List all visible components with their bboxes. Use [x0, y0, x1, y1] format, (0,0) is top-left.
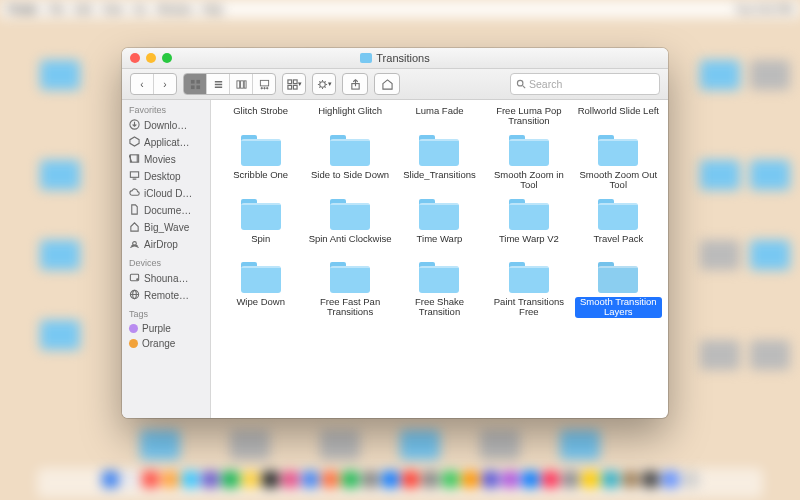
folder-item[interactable]: Smooth Zoom in Tool: [485, 130, 572, 191]
folder-label: Travel Pack: [591, 234, 645, 254]
search-input[interactable]: [529, 78, 654, 90]
sidebar-item-label: Shouna…: [144, 273, 188, 284]
svg-line-24: [324, 86, 325, 87]
folder-item[interactable]: Paint Transitions Free: [485, 257, 572, 318]
list-view-button[interactable]: [206, 74, 229, 94]
search-field[interactable]: [510, 73, 660, 95]
folder-icon: [594, 259, 642, 295]
svg-rect-10: [260, 80, 268, 86]
doc-icon: [129, 204, 140, 217]
sidebar-item-label: Purple: [142, 323, 171, 334]
sidebar-item-favorite[interactable]: AirDrop: [122, 236, 210, 253]
folder-label: Time Warp V2: [497, 234, 561, 254]
share-button[interactable]: [342, 73, 368, 95]
dock[interactable]: [37, 468, 763, 498]
arrange-button[interactable]: ▾: [283, 74, 305, 94]
svg-point-11: [261, 87, 262, 88]
folder-icon: [594, 196, 642, 232]
system-menubar: Finder File Edit View Go Window Help Tue…: [0, 0, 800, 18]
sidebar-item-favorite[interactable]: Big_Wave: [122, 219, 210, 236]
folder-item[interactable]: Wipe Down: [217, 257, 304, 318]
folder-item[interactable]: Time Warp V2: [485, 194, 572, 254]
folder-icon: [326, 132, 374, 168]
svg-rect-7: [236, 80, 239, 87]
svg-rect-1: [196, 79, 200, 83]
folder-item[interactable]: Slide_Transitions: [396, 130, 483, 191]
folder-item[interactable]: Scribble One: [217, 130, 304, 191]
folder-icon: [237, 196, 285, 232]
folder-icon: [415, 196, 463, 232]
svg-line-23: [319, 81, 320, 82]
sidebar-item-favorite[interactable]: Movies: [122, 151, 210, 168]
folder-item[interactable]: Spin: [217, 194, 304, 254]
titlebar[interactable]: Transitions: [122, 48, 668, 69]
action-menu: ▾: [312, 73, 336, 95]
svg-line-25: [319, 86, 320, 87]
forward-button[interactable]: ›: [153, 74, 176, 94]
sidebar-item-favorite[interactable]: Downlo…: [122, 117, 210, 134]
zoom-button[interactable]: [162, 53, 172, 63]
folder-item[interactable]: Side to Side Down: [306, 130, 393, 191]
folder-item[interactable]: Rollworld Slide Left: [575, 102, 662, 127]
folder-item[interactable]: Time Warp: [396, 194, 483, 254]
tag-dot-icon: [129, 324, 138, 333]
sidebar-item-favorite[interactable]: Applicat…: [122, 134, 210, 151]
sidebar-item-label: Movies: [144, 154, 176, 165]
folder-item[interactable]: Travel Pack: [575, 194, 662, 254]
folder-label: Glitch Strobe: [231, 106, 290, 126]
tag-dot-icon: [129, 339, 138, 348]
folder-item[interactable]: Smooth Transition Layers: [575, 257, 662, 318]
folder-label: Side to Side Down: [309, 170, 391, 190]
download-icon: [129, 119, 140, 132]
window-title: Transitions: [376, 52, 429, 64]
action-button[interactable]: ▾: [313, 74, 335, 94]
folder-item[interactable]: Free Shake Transition: [396, 257, 483, 318]
content-area[interactable]: Glitch StrobeHighlight GlitchLuma FadeFr…: [211, 100, 668, 418]
sidebar-item-tag[interactable]: Purple: [122, 321, 210, 336]
menubar-clock: Tue 3:41 PM: [735, 4, 792, 15]
folder-item[interactable]: Glitch Strobe: [217, 102, 304, 127]
sidebar-item-favorite[interactable]: Desktop: [122, 168, 210, 185]
sidebar-item-device[interactable]: Remote…: [122, 287, 210, 304]
minimize-button[interactable]: [146, 53, 156, 63]
traffic-lights: [130, 53, 172, 63]
view-switcher: [183, 73, 276, 95]
column-view-button[interactable]: [229, 74, 252, 94]
folder-icon: [237, 132, 285, 168]
folder-item[interactable]: Smooth Zoom Out Tool: [575, 130, 662, 191]
close-button[interactable]: [130, 53, 140, 63]
svg-rect-15: [293, 79, 297, 83]
sidebar-header-devices: Devices: [122, 253, 210, 270]
sidebar-item-favorite[interactable]: iCloud D…: [122, 185, 210, 202]
folder-item[interactable]: Free Fast Pan Transitions: [306, 257, 393, 318]
svg-point-13: [266, 87, 267, 88]
sidebar-item-favorite[interactable]: Docume…: [122, 202, 210, 219]
svg-rect-3: [196, 85, 200, 89]
folder-item[interactable]: Highlight Glitch: [306, 102, 393, 127]
folder-label: Rollworld Slide Left: [576, 106, 661, 126]
folder-item[interactable]: Luma Fade: [396, 102, 483, 127]
folder-item[interactable]: Free Luma Pop Transition: [485, 102, 572, 127]
folder-label: Wipe Down: [234, 297, 287, 317]
movies-icon: [129, 153, 140, 166]
gallery-view-button[interactable]: [252, 74, 275, 94]
svg-rect-8: [240, 80, 243, 87]
disk-icon: [129, 272, 140, 285]
sidebar-item-label: Downlo…: [144, 120, 187, 131]
finder-window: Transitions ‹ › ▾ ▾ Favorites Downlo…App…: [122, 48, 668, 418]
sidebar-item-label: Desktop: [144, 171, 181, 182]
tags-button[interactable]: [374, 73, 400, 95]
folder-label: Luma Fade: [413, 106, 465, 126]
folder-label: Free Fast Pan Transitions: [306, 297, 393, 318]
folder-label: Free Luma Pop Transition: [485, 106, 572, 127]
menubar-app-name[interactable]: Finder: [8, 4, 39, 15]
folder-icon: [415, 259, 463, 295]
back-button[interactable]: ‹: [131, 74, 153, 94]
sidebar-item-device[interactable]: Shouna…: [122, 270, 210, 287]
sidebar-item-label: AirDrop: [144, 239, 178, 250]
svg-point-28: [517, 80, 523, 86]
sidebar-item-label: Remote…: [144, 290, 189, 301]
sidebar-item-tag[interactable]: Orange: [122, 336, 210, 351]
icon-view-button[interactable]: [184, 74, 206, 94]
folder-item[interactable]: Spin Anti Clockwise: [306, 194, 393, 254]
